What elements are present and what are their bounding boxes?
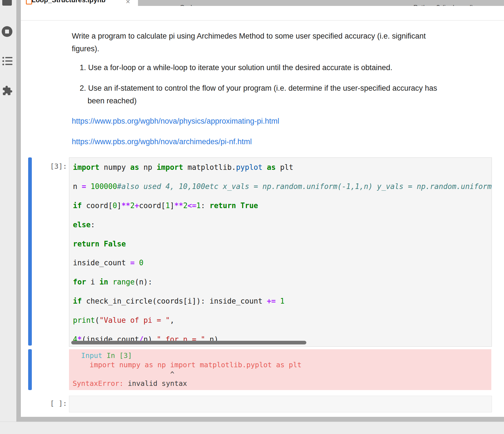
sidebar-divider <box>16 0 21 422</box>
code-line: import numpy as np import matplotlib.pyp… <box>69 158 492 177</box>
err-line: import numpy as np import matplotlib.pyp… <box>69 360 491 370</box>
output-collapser-bar[interactable] <box>28 349 32 390</box>
error-output: Input In [3] import numpy as np import m… <box>69 349 491 390</box>
tab-close-icon[interactable]: ✕ <box>126 0 130 5</box>
err-line: Input In [3] <box>69 351 491 360</box>
notebook-file-icon <box>26 0 32 5</box>
link-approximating-pi[interactable]: https://www.pbs.org/wgbh/nova/physics/ap… <box>72 116 279 126</box>
notebook-toolbar <box>21 6 504 21</box>
empty-code-editor[interactable] <box>69 396 492 412</box>
code-line: print("Value of pi = ", <box>69 311 492 330</box>
code-editor[interactable]: import numpy as np import matplotlib.pyp… <box>69 157 492 347</box>
markdown-paragraph-line: figures). <box>72 44 99 54</box>
running-kernels-icon[interactable] <box>1 26 13 37</box>
horizontal-scrollbar[interactable] <box>71 341 306 344</box>
folder-tab-icon[interactable] <box>2 0 12 6</box>
code-line: if check_in_circle(coords[i]): inside_co… <box>69 291 492 311</box>
traceback-lines: Input In [3] import numpy as np import m… <box>69 351 491 388</box>
table-of-contents-icon[interactable] <box>2 56 13 66</box>
tab-title: Loop_Structures.ipynb <box>32 0 106 4</box>
markdown-list-item-1: 1. Use a for-loop or a while-loop to ite… <box>80 63 393 72</box>
activity-sidebar <box>0 0 16 434</box>
code-lines: import numpy as np import matplotlib.pyp… <box>69 158 492 347</box>
link-pi-nf[interactable]: https://www.pbs.org/wgbh/nova/archimedes… <box>72 137 252 146</box>
notebook-tab[interactable]: Loop_Structures.ipynb ✕ <box>21 0 138 6</box>
err-line: SyntaxError: invalid syntax <box>69 379 491 388</box>
code-line: else: <box>69 215 492 234</box>
input-collapser-bar[interactable] <box>28 157 32 346</box>
bottom-divider <box>21 417 504 422</box>
input-prompt: [3]: <box>37 162 67 170</box>
code-line: return False <box>69 234 492 253</box>
code-line: for i in range(n): <box>69 272 492 291</box>
code-line: if coord[0]**2+coord[1]**2<=1: return Tr… <box>69 196 492 215</box>
empty-input-prompt: [ ]: <box>37 399 67 408</box>
code-line: inside_count = 0 <box>69 253 492 272</box>
markdown-paragraph-line: Write a program to calculate pi using Ar… <box>72 31 426 41</box>
markdown-list-item-2-cont: been reached) <box>88 96 137 106</box>
markdown-list-item-2: 2. Use an if-statement to control the fl… <box>80 83 437 93</box>
status-bar <box>0 422 504 434</box>
extension-manager-icon[interactable] <box>2 85 13 96</box>
jupyterlab-window: Loop_Structures.ipynb ✕ <box>0 0 504 434</box>
code-line: n = 100000#also used 4, 10,100etc x_vals… <box>69 177 492 196</box>
err-line: ^ <box>69 370 491 379</box>
